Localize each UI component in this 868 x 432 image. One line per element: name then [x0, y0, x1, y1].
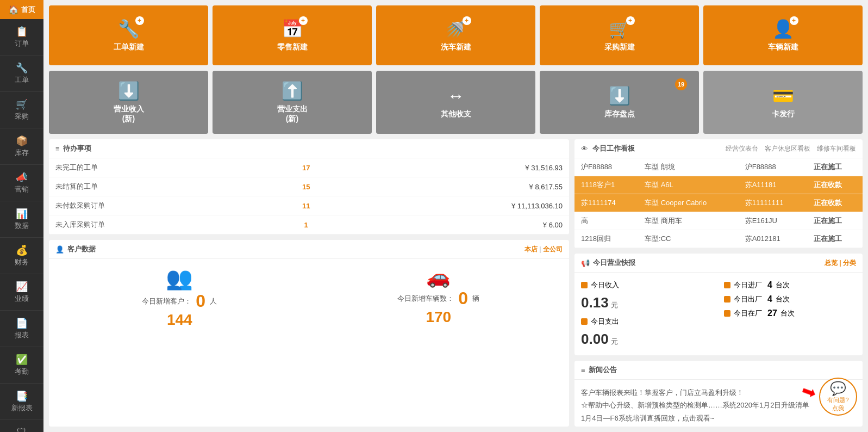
eye-icon: 👁	[581, 145, 588, 153]
todo-item-count: 17	[269, 158, 343, 177]
sidebar-item-orders[interactable]: 📋 订单	[0, 19, 43, 55]
plus-badge: +	[790, 16, 798, 25]
workorder-new-card[interactable]: 🔧+ 工单新建	[49, 5, 208, 65]
other-income-card[interactable]: ↔️ 其他收支	[376, 71, 535, 134]
card-issue-card[interactable]: 💳 卡发行	[703, 71, 863, 134]
help-button[interactable]: 💬 有问题?点我	[819, 378, 857, 416]
new-vehicles-label: 今日新增车辆数：	[397, 294, 454, 304]
inventory-check-icon: ⬇️	[609, 85, 630, 106]
sidebar-item-workorder[interactable]: 🔧 工单	[0, 55, 43, 92]
sidebar-item-data[interactable]: 📊 数据	[0, 201, 43, 238]
sidebar-item-performance[interactable]: 📈 业绩	[0, 274, 43, 311]
out-count-label: 今日出厂	[734, 294, 762, 304]
wb-plate: 苏A11181	[739, 176, 808, 194]
work-board-title: 今日工作看板	[592, 144, 635, 153]
carwash-new-icon: 🚿+	[445, 18, 467, 39]
vehicle-new-card[interactable]: 👤+ 车辆新建	[703, 5, 863, 65]
sales-panel-header: 📢 今日营业快报 总览 | 分类	[574, 254, 863, 273]
reports-icon: 📄	[16, 317, 28, 329]
table-row[interactable]: 1218回归 车型:CC 苏A012181 正在施工	[574, 230, 863, 248]
table-row[interactable]: 未付款采购订单 11 ¥ 11,113,036.10	[49, 196, 569, 215]
total-customers: 144	[167, 311, 192, 329]
sidebar-item-inventory[interactable]: 📦 库存	[0, 128, 43, 165]
inventory-icon: 📦	[16, 135, 28, 147]
tab-lounge[interactable]: 客户休息区看板	[765, 144, 810, 153]
sidebar-item-label: 报表	[15, 330, 29, 340]
customer-panel-actions: 本店 | 全公司	[524, 245, 563, 254]
expense-icon: ⬆️	[282, 81, 303, 101]
sidebar-item-label: 订单	[15, 39, 29, 48]
performance-icon: 📈	[16, 281, 28, 293]
new-reports-icon: 📑	[16, 390, 28, 402]
right-column: 👁 今日工作看板 经营仪表台 客户休息区看板 维修车间看板 沪F88888 车型…	[574, 139, 863, 427]
expense-label: 营业支出(新)	[277, 104, 308, 124]
carwash-new-label: 洗车新建	[441, 42, 471, 52]
sales-left: 今日收入 0.13 元 今日支出 0.00 元	[581, 280, 713, 348]
revenue-card[interactable]: ⬇️ 营业收入(新)	[49, 71, 208, 134]
inventory-check-card[interactable]: ⬇️ 19 库存盘点	[540, 71, 699, 134]
tab-workshop[interactable]: 维修车间看板	[817, 144, 856, 153]
work-board-scroll[interactable]: 沪F88888 车型 朗境 沪F88888 正在施工 1118客户1 车型 A6…	[574, 158, 863, 248]
expense-card[interactable]: ⬆️ 营业支出(新)	[213, 71, 372, 134]
tab-management[interactable]: 经营仪表台	[726, 144, 758, 153]
wb-customer: 1218回归	[574, 230, 638, 248]
inventory-check-label: 库存盘点	[604, 109, 635, 119]
sales-panel: 📢 今日营业快报 总览 | 分类 今日收入	[574, 254, 863, 355]
all-company-link[interactable]: 全公司	[543, 245, 563, 253]
news-icon: ≡	[581, 366, 585, 374]
purchase-new-card[interactable]: 🛒+ 采购新建	[540, 5, 699, 65]
sidebar-item-insurance[interactable]: 🛡 保险	[0, 420, 43, 432]
wb-car-type: 车型 A6L	[638, 176, 739, 194]
table-row[interactable]: 1118客户1 车型 A6L 苏A11181 正在收款	[574, 176, 863, 194]
work-board-header: 👁 今日工作看板 经营仪表台 客户休息区看板 维修车间看板	[574, 139, 863, 158]
news-item: 1月4日—F6系统培训直播回放，点击观看~	[581, 412, 856, 424]
todo-item-label: 未付款采购订单	[49, 196, 269, 215]
sidebar-item-purchase[interactable]: 🛒 采购	[0, 92, 43, 128]
sidebar-item-label: 营销	[15, 184, 29, 194]
expense-dot	[581, 318, 588, 325]
plus-badge: +	[463, 16, 471, 25]
sidebar-item-reports[interactable]: 📄 报表	[0, 311, 43, 347]
todo-scroll-area[interactable]: 未完工的工单 17 ¥ 31,516.93 未结算的工单 15 ¥ 8,617.…	[49, 158, 569, 234]
out-count-stat: 今日出厂 4 台次	[724, 294, 856, 304]
todo-item-amount: ¥ 11,113,036.10	[343, 196, 569, 215]
table-row[interactable]: 未入库采购订单 1 ¥ 6.00	[49, 215, 569, 234]
sales-panel-title: 今日营业快报	[593, 258, 635, 268]
sidebar-item-finance[interactable]: 💰 财务	[0, 238, 43, 274]
card-issue-label: 卡发行	[772, 109, 795, 119]
sidebar-item-label: 数据	[15, 221, 29, 231]
total-overview-link[interactable]: 总览	[825, 259, 838, 267]
new-vehicles-row: 今日新增车辆数： 0 辆	[397, 288, 479, 308]
table-row[interactable]: 未结算的工单 15 ¥ 8,617.55	[49, 177, 569, 196]
table-row[interactable]: 苏1111174 车型 Cooper Cabrio 苏11111111 正在收款	[574, 194, 863, 212]
sidebar-logo-label: 首页	[21, 5, 35, 15]
table-row[interactable]: 沪F88888 车型 朗境 沪F88888 正在施工	[574, 158, 863, 176]
out-count-unit: 台次	[776, 294, 790, 304]
wb-car-type: 车型 朗境	[638, 158, 739, 176]
local-store-link[interactable]: 本店	[524, 245, 538, 253]
new-customers-stat: 👥 今日新增客户： 0 人 144	[55, 266, 304, 329]
sidebar-item-new-reports[interactable]: 📑 新报表	[0, 384, 43, 420]
wb-plate: 苏11111111	[739, 194, 808, 212]
wb-customer: 高	[574, 212, 638, 230]
sidebar-item-marketing[interactable]: 📣 营销	[0, 165, 43, 201]
vehicle-new-icon: 👤+	[772, 18, 794, 39]
wb-plate: 苏E161JU	[739, 212, 808, 230]
revenue-value-row: 0.13 元	[581, 294, 713, 311]
customers-icon: 👥	[166, 266, 193, 291]
purchase-new-icon: 🛒+	[609, 18, 630, 39]
inshop-count-label: 今日在厂	[734, 308, 762, 318]
category-link[interactable]: 分类	[843, 259, 856, 267]
table-row[interactable]: 未完工的工单 17 ¥ 31,516.93	[49, 158, 569, 177]
revenue-stat-label: 今日收入	[591, 280, 619, 290]
retail-new-card[interactable]: 📅+ 零售新建	[213, 5, 372, 65]
new-customers-count: 0	[196, 291, 205, 311]
retail-new-icon: 📅+	[282, 18, 303, 39]
sidebar-item-attendance[interactable]: ✅ 考勤	[0, 347, 43, 384]
lower-area: ≡ 待办事项 未完工的工单 17 ¥ 31,516.93 未结算的工单 15 ¥…	[49, 139, 863, 427]
table-row[interactable]: 高 车型 商用车 苏E161JU 正在施工	[574, 212, 863, 230]
new-vehicles-stat: 🚗 今日新增车辆数： 0 辆 170	[315, 266, 563, 329]
sidebar-logo[interactable]: 🏠 首页	[0, 0, 43, 19]
customer-panel-title: 客户数据	[67, 244, 96, 254]
carwash-new-card[interactable]: 🚿+ 洗车新建	[376, 5, 535, 65]
